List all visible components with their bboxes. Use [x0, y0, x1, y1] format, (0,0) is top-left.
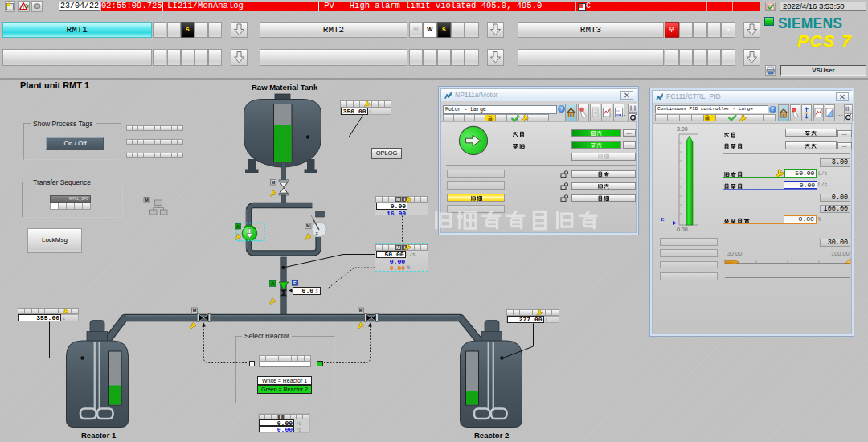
svg-text:!: !	[23, 5, 24, 10]
svg-text:A: A	[236, 224, 240, 229]
svg-text:F: F	[316, 231, 319, 236]
svg-text:A: A	[271, 281, 274, 286]
svg-text:E: E	[293, 280, 297, 285]
svg-text:E: E	[661, 216, 664, 222]
